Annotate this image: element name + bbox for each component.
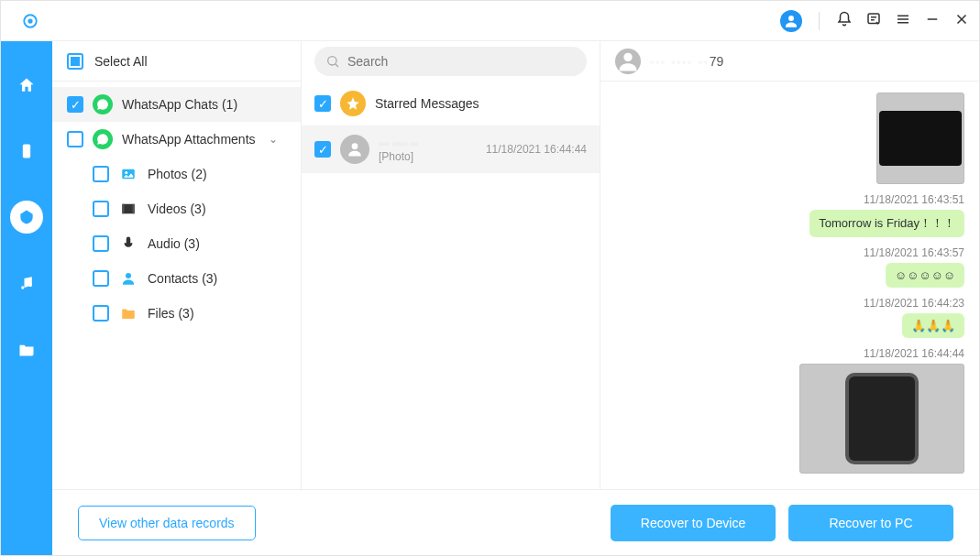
svg-rect-11 [133,204,135,214]
tree-whatsapp-chats[interactable]: WhatsApp Chats (1) [52,87,301,122]
message-image[interactable] [876,93,964,184]
checkbox-starred[interactable] [314,95,331,112]
bell-icon[interactable] [836,11,853,31]
message-image[interactable] [799,364,964,474]
close-icon[interactable] [953,11,970,31]
chevron-down-icon: ⌄ [269,133,278,146]
select-all-checkbox[interactable] [67,53,83,70]
minimize-icon[interactable] [924,11,941,31]
search-box[interactable] [314,47,587,76]
checkbox-contacts[interactable] [93,270,109,287]
list-chat-item[interactable]: ··· ···· ·· [Photo] 11/18/2021 16:44:44 [302,125,600,173]
divider [819,12,820,30]
chat-header: ··· ···· ··79 [600,41,979,82]
menu-icon[interactable] [895,11,911,31]
list-title: Starred Messages [375,96,587,111]
tree-whatsapp-attachments[interactable]: WhatsApp Attachments ⌄ [52,122,301,157]
bottom-bar: View other data records Recover to Devic… [52,489,979,555]
contacts-icon [118,268,138,289]
svg-point-6 [29,284,32,287]
list-starred-messages[interactable]: Starred Messages [302,82,600,125]
feedback-icon[interactable] [865,11,882,31]
rail-music[interactable] [10,267,43,300]
svg-point-1 [28,18,32,23]
message-bubble: 🙏🙏🙏 [902,313,964,338]
tree-contacts[interactable]: Contacts (3) [52,261,301,296]
select-all-row[interactable]: Select All [52,41,301,82]
list-timestamp: 11/18/2021 16:44:44 [486,143,587,156]
star-icon [340,91,366,116]
message-list[interactable]: 11/18/2021 16:43:51 Tomorrow is Friday！！… [600,82,979,489]
tree-label: Videos (3) [148,202,206,216]
search-input[interactable] [347,54,576,69]
tree-files[interactable]: Files (3) [52,296,301,331]
svg-rect-4 [23,145,30,158]
user-avatar-icon[interactable] [780,10,802,32]
checkbox-photos[interactable] [93,166,109,182]
nav-rail [1,41,52,555]
svg-point-2 [788,16,794,21]
chat-list-column: Starred Messages ··· ···· ·· [Photo] 11/… [302,41,600,489]
svg-rect-3 [868,14,879,24]
contact-avatar-icon [340,135,369,164]
tree-label: Audio (3) [148,236,200,251]
whatsapp-icon [93,94,113,114]
checkbox-files[interactable] [93,305,109,322]
list-contact-name: ··· ···· ·· [379,136,477,150]
rail-files[interactable] [10,333,43,365]
message-bubble: Tomorrow is Friday！！！ [809,210,964,237]
svg-point-13 [328,57,336,65]
svg-rect-10 [122,204,124,214]
whatsapp-icon [93,129,113,149]
svg-point-14 [352,143,358,149]
search-icon [325,54,340,69]
chat-contact-name: 79 [710,54,724,69]
rail-home[interactable] [10,69,43,102]
checkbox-whatsapp-attachments[interactable] [67,131,83,147]
rail-recovery[interactable] [10,201,43,234]
app-window: Select All WhatsApp Chats (1) WhatsApp A… [0,0,980,556]
videos-icon [118,199,138,219]
tree-label: Photos (2) [148,167,207,181]
chat-column: ··· ···· ··79 11/18/2021 16:43:51 Tomorr… [600,41,979,489]
svg-point-8 [125,171,127,174]
photos-icon [118,164,138,184]
title-bar [1,1,979,41]
svg-point-15 [623,52,632,60]
select-all-label: Select All [94,54,148,69]
message-timestamp: 11/18/2021 16:43:57 [864,246,964,259]
tree-label: Files (3) [148,306,194,321]
message-timestamp: 11/18/2021 16:44:44 [864,347,964,360]
checkbox-videos[interactable] [93,201,109,217]
tree-audio[interactable]: Audio (3) [52,226,301,261]
tree-videos[interactable]: Videos (3) [52,191,301,226]
recover-to-pc-button[interactable]: Recover to PC [788,505,953,541]
checkbox-audio[interactable] [93,235,109,252]
svg-point-12 [126,273,131,278]
chat-avatar-icon [615,49,641,74]
rail-device[interactable] [10,135,43,168]
app-logo [10,13,50,29]
svg-point-5 [21,286,24,289]
checkbox-whatsapp-chats[interactable] [67,96,83,113]
message-timestamp: 11/18/2021 16:44:23 [864,297,964,310]
tree-photos[interactable]: Photos (2) [52,157,301,191]
message-timestamp: 11/18/2021 16:43:51 [864,193,964,206]
tree-label: WhatsApp Attachments [122,132,256,147]
recover-to-device-button[interactable]: Recover to Device [611,505,776,541]
audio-icon [118,234,138,254]
list-preview: [Photo] [379,150,477,163]
view-other-records-button[interactable]: View other data records [78,506,256,540]
checkbox-chat-item[interactable] [314,141,331,158]
tree-label: Contacts (3) [148,271,217,286]
files-icon [118,303,138,323]
category-sidebar: Select All WhatsApp Chats (1) WhatsApp A… [52,41,302,489]
message-bubble: ☺☺☺☺☺ [886,263,964,288]
tree-label: WhatsApp Chats (1) [122,97,237,112]
